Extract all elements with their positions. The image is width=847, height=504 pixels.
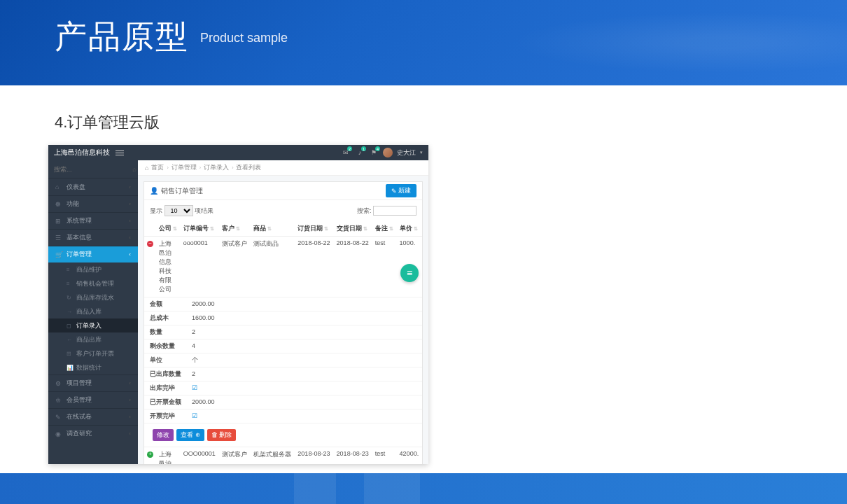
detail-value: 2000.00 [192,300,215,307]
breadcrumb-item[interactable]: 订单录入 [204,163,229,172]
sidebar-item-3[interactable]: ☰基本信息‹ [48,229,138,246]
chevron-left-icon: ‹ [129,218,131,224]
sub-icon: ◻ [66,323,74,329]
sidebar-subitem-5[interactable]: ←商品出库 [48,332,138,346]
collapse-icon[interactable]: − [147,241,153,247]
sort-icon: ⇅ [210,226,214,231]
detail-value: 个 [192,356,198,363]
table-header[interactable]: 客户⇅ [219,221,251,237]
detail-row: 单位个 [144,354,422,368]
search-input[interactable] [54,166,132,173]
detail-label: 开票完毕 [150,412,192,421]
breadcrumb-item[interactable]: 查看列表 [236,163,261,172]
detail-value: 1600.00 [192,314,215,321]
sidebar-item-7[interactable]: ✎在线试卷‹ [48,408,138,425]
expand-icon[interactable]: + [147,451,153,458]
slide-footer [0,473,847,504]
nav-icon: 🛒 [55,251,64,258]
sidebar-subitem-6[interactable]: ⊞客户订单开票 [48,346,138,360]
detail-label: 已开票金额 [150,398,192,407]
sidebar-subitem-4[interactable]: ◻订单录入 [48,318,138,332]
cell-customer: 测试客户 [219,237,251,298]
slide-title-cn: 产品原型 [55,15,189,59]
search-label: 搜索: [357,207,372,214]
detail-row: 金额2000.00 [144,298,422,312]
table-header[interactable]: 订货日期⇅ [295,221,333,237]
breadcrumb-item[interactable]: 首页 [151,163,164,172]
detail-label: 金额 [150,300,192,309]
nav-icon: ❁ [55,201,64,208]
table-header[interactable]: 订单编号⇅ [181,221,219,237]
cell-note: test [372,447,397,465]
sub-label: 数据统计 [76,363,102,372]
table-header[interactable]: 单价⇅ [397,221,422,237]
sidebar-subitem-0[interactable]: ≡商品维护 [48,262,138,276]
nav-icon: ◉ [55,430,64,438]
table-header[interactable]: 交货日期⇅ [334,221,372,237]
breadcrumb-item[interactable]: 订单管理 [172,163,197,172]
sidebar-item-2[interactable]: ⊞系统管理‹ [48,212,138,229]
detail-row: 出库完毕☑ [144,382,422,396]
table-search-input[interactable] [373,206,416,216]
show-suffix: 项结果 [195,207,214,214]
nav-icon: ☰ [55,234,64,241]
home-icon[interactable]: ⌂ [145,164,148,172]
sub-label: 销售机会管理 [76,279,114,288]
bell-icon[interactable]: ♪1 [355,148,365,158]
sort-icon: ⇅ [236,226,240,231]
sort-icon: ⇅ [363,226,368,231]
table-header[interactable]: 备注⇅ [372,221,397,237]
brand: 上海邑泊信息科技 [54,148,110,158]
user-name[interactable]: 史大江 [397,148,416,158]
sidebar-item-5[interactable]: ⚙项目管理‹ [48,374,138,391]
sidebar-subitem-7[interactable]: 📊数据统计 [48,360,138,374]
detail-value: 4 [192,342,195,349]
panel-title: 销售订单管理 [161,186,203,196]
sidebar-item-8[interactable]: ◉调查研究‹ [48,425,138,442]
flag-icon[interactable]: ⚑4 [369,148,379,158]
chevron-left-icon: ‹ [129,397,131,403]
envelope-icon[interactable]: ✉2 [341,148,351,158]
chevron-left-icon: ‹ [129,234,131,241]
sub-icon: ↻ [66,295,74,301]
sub-label: 客户订单开票 [76,349,114,358]
sub-icon: ⊞ [66,351,74,357]
sidebar: ⌕ ⌂仪表盘‹❁功能‹⊞系统管理‹☰基本信息‹🛒订单管理‹≡商品维护≡销售机会管… [48,160,138,464]
cell-product: 机架式服务器 [251,447,295,465]
chevron-right-icon: › [200,165,201,170]
sidebar-subitem-3[interactable]: →商品入库 [48,304,138,318]
cell-orderno: ooo0001 [181,237,219,298]
sidebar-item-0[interactable]: ⌂仪表盘‹ [48,178,138,195]
hamburger-icon[interactable] [115,150,124,155]
sidebar-item-4[interactable]: 🛒订单管理‹ [48,246,138,262]
avatar[interactable] [383,148,393,158]
search-box: ⌕ [48,160,138,178]
nav-icon: ✎ [55,414,64,421]
edit-button[interactable]: 修改 [153,429,174,441]
table-header[interactable]: 商品⇅ [251,221,295,237]
new-button[interactable]: ✎ 新建 [386,184,416,197]
search-icon[interactable]: ⌕ [132,165,136,173]
chevron-down-icon[interactable]: ▾ [420,150,423,155]
detail-label: 总成本 [150,314,192,323]
sub-label: 商品库存流水 [76,293,114,302]
content: ⌂ 首页 › 订单管理 › 订单录入 › 查看列表 👤 销售订单管理 ✎ 新建 [138,160,428,464]
detail-value: ☑ [192,412,197,419]
fab-button[interactable]: ≡ [400,264,419,282]
view-button[interactable]: 查看 ⊕ [176,429,204,441]
sidebar-subitem-1[interactable]: ≡销售机会管理 [48,276,138,290]
check-icon: ☑ [192,412,197,419]
detail-row: 数量2 [144,326,422,340]
topbar: 上海邑泊信息科技 ✉2 ♪1 ⚑4 史大江 ▾ [48,145,428,160]
sidebar-subitem-2[interactable]: ↻商品库存流水 [48,290,138,304]
nav-label: 项目管理 [66,379,129,388]
sidebar-item-1[interactable]: ❁功能‹ [48,195,138,212]
detail-value: ☑ [192,384,197,391]
sub-label: 订单录入 [76,321,102,330]
table-header[interactable]: 公司⇅ [156,221,181,237]
sub-icon: ← [66,337,74,343]
sub-icon: → [66,309,74,315]
sidebar-item-6[interactable]: ♔会员管理‹ [48,391,138,408]
page-size-select[interactable]: 10 [164,205,193,216]
delete-button[interactable]: 🗑 删除 [207,429,237,441]
